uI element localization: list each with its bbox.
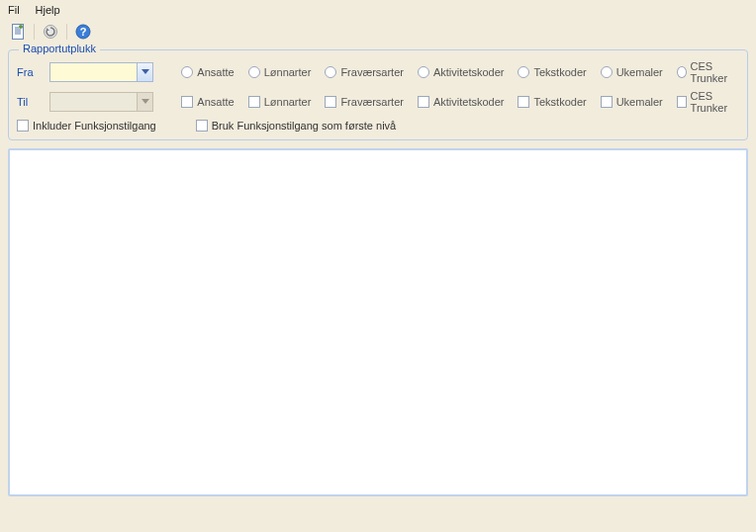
opt-label: Lønnarter: [264, 96, 312, 108]
menu-file[interactable]: Fil: [8, 4, 20, 16]
toolbar-separator: [66, 24, 67, 40]
opt-label: Ukemaler: [616, 66, 663, 78]
toolbar-separator: [34, 24, 35, 40]
checkbox-to-ukemaler[interactable]: Ukemaler: [601, 96, 663, 108]
radio-from-aktivitetskoder[interactable]: Aktivitetskoder: [418, 66, 505, 78]
dropdown-to: [49, 92, 153, 112]
chevron-down-icon: [137, 93, 152, 111]
help-icon[interactable]: ?: [73, 22, 93, 42]
dropdown-from[interactable]: [49, 62, 153, 82]
opt-label: Fraværsarter: [340, 96, 404, 108]
menu-help[interactable]: Hjelp: [36, 4, 60, 16]
opt-label: Inkluder Funksjonstilgang: [33, 120, 156, 132]
dropdown-from-value: [50, 66, 137, 78]
fieldset-legend: Rapportutplukk: [19, 43, 100, 54]
checkbox-to-lonnarter[interactable]: Lønnarter: [248, 96, 312, 108]
from-radio-group: Ansatte Lønnarter Fraværsarter Aktivitet…: [181, 60, 739, 84]
refresh-icon[interactable]: [41, 22, 60, 42]
radio-from-ces-trunker[interactable]: CES Trunker: [677, 60, 739, 84]
radio-from-tekstkoder[interactable]: Tekstkoder: [518, 66, 586, 78]
opt-label: Bruk Funksjonstilgang som første nivå: [212, 120, 396, 132]
toolbar: ?: [0, 20, 756, 45]
radio-from-fravaersarter[interactable]: Fraværsarter: [325, 66, 404, 78]
chevron-down-icon[interactable]: [137, 63, 152, 81]
opt-label: Lønnarter: [264, 66, 312, 78]
opt-label: Aktivitetskoder: [433, 96, 505, 108]
row-from: Fra Ansatte Lønnarter Fraværsarter Aktiv…: [17, 60, 739, 84]
checkbox-include-funksjonstilgang[interactable]: Inkluder Funksjonstilgang: [17, 120, 156, 132]
radio-from-lonnarter[interactable]: Lønnarter: [248, 66, 312, 78]
checkbox-to-aktivitetskoder[interactable]: Aktivitetskoder: [418, 96, 505, 108]
opt-label: Fraværsarter: [340, 66, 404, 78]
checkbox-to-ces-trunker[interactable]: CES Trunker: [677, 90, 739, 114]
checkbox-to-fravaersarter[interactable]: Fraværsarter: [325, 96, 404, 108]
opt-label: Aktivitetskoder: [433, 66, 505, 78]
opt-label: Ansatte: [197, 96, 234, 108]
opt-label: Ukemaler: [616, 96, 663, 108]
checkbox-to-ansatte[interactable]: Ansatte: [181, 96, 234, 108]
svg-text:?: ?: [80, 26, 87, 38]
opt-label: Tekstkoder: [533, 96, 586, 108]
extras-row: Inkluder Funksjonstilgang Bruk Funksjons…: [17, 120, 739, 132]
svg-point-1: [19, 25, 23, 29]
opt-label: Ansatte: [197, 66, 234, 78]
to-checkbox-group: Ansatte Lønnarter Fraværsarter Aktivitet…: [181, 90, 739, 114]
opt-label: Tekstkoder: [533, 66, 586, 78]
label-from: Fra: [17, 66, 44, 78]
opt-label: CES Trunker: [691, 90, 739, 114]
content-panel: [8, 148, 748, 496]
doc-icon[interactable]: [8, 22, 28, 42]
checkbox-bruk-funksjonstilgang[interactable]: Bruk Funksjonstilgang som første nivå: [196, 120, 396, 132]
opt-label: CES Trunker: [691, 60, 739, 84]
radio-from-ansatte[interactable]: Ansatte: [181, 66, 234, 78]
label-to: Til: [17, 96, 44, 108]
rapportutplukk-fieldset: Rapportutplukk Fra Ansatte Lønnarter Fra…: [8, 49, 748, 140]
menubar: Fil Hjelp: [0, 0, 756, 20]
radio-from-ukemaler[interactable]: Ukemaler: [601, 66, 663, 78]
checkbox-to-tekstkoder[interactable]: Tekstkoder: [518, 96, 586, 108]
row-to: Til Ansatte Lønnarter Fraværsarter Aktiv…: [17, 90, 739, 114]
